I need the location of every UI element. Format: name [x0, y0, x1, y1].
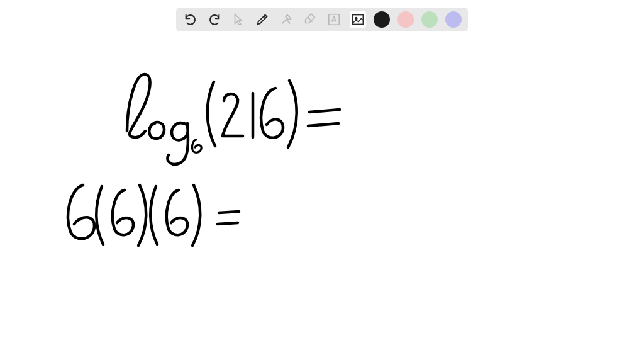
tools-icon: [279, 13, 293, 26]
eraser-icon: [303, 13, 317, 26]
image-icon: [351, 13, 365, 26]
handwriting-line2: [68, 185, 239, 246]
svg-rect-1: [353, 15, 364, 25]
text-icon: [327, 13, 341, 26]
eraser-button[interactable]: [302, 11, 318, 28]
color-pink[interactable]: [397, 11, 414, 28]
redo-icon: [208, 13, 221, 26]
svg-point-2: [355, 18, 357, 20]
pencil-button[interactable]: [254, 11, 270, 28]
text-button[interactable]: [326, 11, 342, 28]
cursor-indicator: +: [267, 236, 271, 245]
drawing-canvas[interactable]: [0, 0, 644, 345]
undo-button[interactable]: [182, 11, 199, 28]
color-purple[interactable]: [445, 11, 462, 28]
pencil-icon: [255, 13, 269, 26]
tools-button[interactable]: [278, 11, 294, 28]
color-green[interactable]: [421, 11, 438, 28]
toolbar: [176, 8, 468, 31]
pointer-icon: [231, 13, 245, 26]
color-black[interactable]: [374, 11, 390, 28]
undo-icon: [184, 13, 197, 26]
image-button[interactable]: [350, 11, 366, 28]
redo-button[interactable]: [206, 11, 223, 28]
pointer-button[interactable]: [230, 11, 247, 28]
handwriting-line1: [127, 74, 340, 164]
